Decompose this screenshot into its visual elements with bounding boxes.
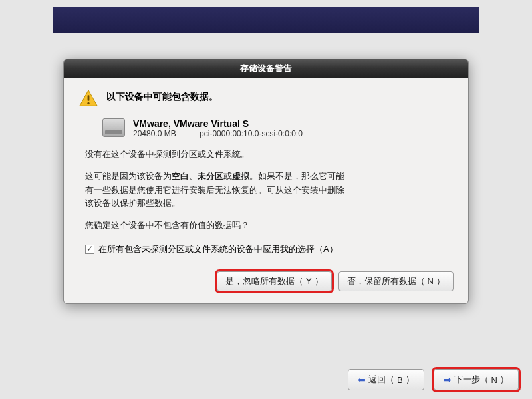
no-partition-line: 没有在这个设备中探测到分区或文件系统。 (85, 148, 454, 162)
device-name: VMware, VMware Virtual S (133, 118, 303, 129)
svg-point-1 (87, 102, 89, 104)
dialog-heading: 以下设备中可能包含数据。 (106, 88, 218, 103)
dialog-title: 存储设备警告 (64, 59, 468, 78)
confirm-question: 您确定这个设备中不包含有价值的数据吗？ (85, 219, 454, 233)
next-button[interactable]: ➡ 下一步（N） (434, 369, 519, 390)
yes-discard-button[interactable]: 是，忽略所有数据（Y） (217, 271, 332, 291)
apply-all-label: 在所有包含未探测分区或文件系统的设备中应用我的选择（A） (98, 243, 338, 255)
arrow-left-icon: ⬅ (358, 374, 366, 385)
arrow-right-icon: ➡ (444, 374, 452, 385)
disk-icon (102, 118, 125, 137)
svg-rect-0 (88, 95, 90, 100)
apply-all-checkbox-row[interactable]: 在所有包含未探测分区或文件系统的设备中应用我的选择（A） (85, 243, 454, 255)
device-details: 20480.0 MB pci-0000:00:10.0-scsi-0:0:0:0 (133, 129, 303, 138)
installer-banner (53, 7, 479, 33)
warning-icon (78, 88, 98, 110)
device-entry: VMware, VMware Virtual S 20480.0 MB pci-… (102, 118, 454, 138)
device-path: pci-0000:00:10.0-scsi-0:0:0:0 (200, 129, 303, 138)
wizard-nav: ⬅ 返回（B） ➡ 下一步（N） (348, 369, 519, 390)
reason-paragraph: 这可能是因为该设备为空白、未分区或虚拟。如果不是，那么它可能 有一些数据是您使用… (85, 170, 454, 211)
storage-warning-dialog: 存储设备警告 以下设备中可能包含数据。 VMware, VMware Virtu… (63, 59, 469, 304)
back-button[interactable]: ⬅ 返回（B） (348, 369, 424, 390)
device-size: 20480.0 MB (133, 129, 176, 138)
apply-all-checkbox[interactable] (85, 245, 94, 254)
no-keep-button[interactable]: 否，保留所有数据（N） (338, 271, 454, 291)
